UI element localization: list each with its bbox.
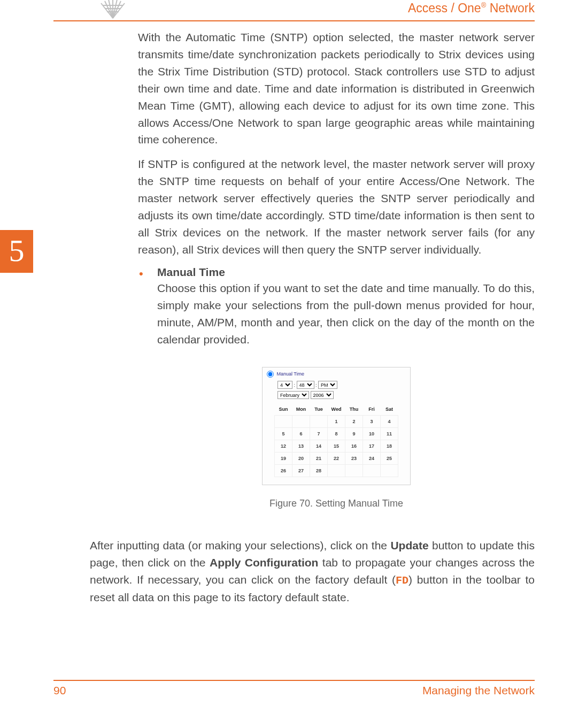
calendar-week-row: 567891011 bbox=[275, 428, 398, 440]
ampm-select[interactable]: PM bbox=[318, 381, 337, 389]
factory-default-ref: FD bbox=[396, 574, 408, 587]
paragraph-sntp-proxy: If SNTP is configured at the network lev… bbox=[138, 156, 535, 258]
chapter-tab: 5 bbox=[0, 230, 33, 273]
calendar-header-row: SunMonTueWedThuFriSat bbox=[275, 403, 398, 416]
calendar-day-cell[interactable]: 6 bbox=[292, 428, 310, 440]
calendar-day-cell[interactable]: 21 bbox=[310, 453, 328, 465]
calendar-day-cell[interactable]: 15 bbox=[328, 440, 345, 453]
header-title-prefix: Access / One bbox=[408, 1, 481, 15]
calendar-day-cell[interactable]: 4 bbox=[381, 416, 398, 428]
page-header: Access / One® Network bbox=[53, 0, 535, 21]
body-column: With the Automatic Time (SNTP) option se… bbox=[138, 29, 535, 509]
calendar-day-header: Thu bbox=[345, 403, 363, 416]
figure-manual-time: Manual Time 4 : 48 : PM February 2006 Su… bbox=[138, 367, 535, 509]
paragraph-sntp-auto: With the Automatic Time (SNTP) option se… bbox=[138, 29, 535, 148]
calendar-day-cell[interactable]: 7 bbox=[310, 428, 328, 440]
calendar-day-cell bbox=[328, 465, 345, 477]
calendar-day-cell bbox=[310, 416, 328, 428]
chapter-number: 5 bbox=[9, 233, 25, 268]
calendar-day-header: Fri bbox=[363, 403, 381, 416]
month-select[interactable]: February bbox=[277, 391, 309, 399]
figure-radio-row: Manual Time bbox=[267, 371, 406, 378]
update-button-ref: Update bbox=[390, 539, 428, 551]
calendar-day-cell bbox=[363, 465, 381, 477]
calendar-day-cell[interactable]: 28 bbox=[310, 465, 328, 477]
header-title: Access / One® Network bbox=[408, 1, 535, 16]
figure-screenshot: Manual Time 4 : 48 : PM February 2006 Su… bbox=[262, 367, 411, 485]
calendar-day-cell[interactable]: 9 bbox=[345, 428, 363, 440]
calendar-day-cell bbox=[381, 465, 398, 477]
bullet-body: Choose this option if you want to set th… bbox=[157, 280, 535, 348]
calendar-day-cell[interactable]: 2 bbox=[345, 416, 363, 428]
calendar-day-cell bbox=[292, 416, 310, 428]
calendar-day-cell[interactable]: 14 bbox=[310, 440, 328, 453]
calendar-day-cell[interactable]: 1 bbox=[328, 416, 345, 428]
calendar-day-cell[interactable]: 25 bbox=[381, 453, 398, 465]
calendar-day-header: Wed bbox=[328, 403, 345, 416]
calendar-day-header: Sun bbox=[275, 403, 292, 416]
calendar-day-cell[interactable]: 5 bbox=[275, 428, 292, 440]
calendar-day-cell bbox=[275, 416, 292, 428]
registered-mark: ® bbox=[481, 1, 487, 9]
calendar-day-cell[interactable]: 24 bbox=[363, 453, 381, 465]
figure-caption: Figure 70. Setting Manual Time bbox=[138, 498, 535, 509]
calendar-day-cell bbox=[345, 465, 363, 477]
apply-config-ref: Apply Configuration bbox=[210, 556, 318, 569]
calendar-day-header: Mon bbox=[292, 403, 310, 416]
minute-select[interactable]: 48 bbox=[297, 381, 314, 389]
bullet-manual-time: • Manual Time Choose this option if you … bbox=[138, 266, 535, 356]
calendar-day-cell[interactable]: 18 bbox=[381, 440, 398, 453]
calendar-day-cell[interactable]: 22 bbox=[328, 453, 345, 465]
calendar-day-cell[interactable]: 26 bbox=[275, 465, 292, 477]
calendar-day-cell[interactable]: 17 bbox=[363, 440, 381, 453]
calendar-day-header: Tue bbox=[310, 403, 328, 416]
calendar-day-cell[interactable]: 8 bbox=[328, 428, 345, 440]
calendar-day-cell[interactable]: 16 bbox=[345, 440, 363, 453]
bullet-icon: • bbox=[138, 266, 157, 356]
calendar-week-row: 12131415161718 bbox=[275, 440, 398, 453]
figure-time-row: 4 : 48 : PM bbox=[277, 381, 406, 389]
manual-time-radio[interactable] bbox=[267, 371, 274, 378]
header-title-suffix: Network bbox=[486, 1, 535, 15]
calendar-table: SunMonTueWedThuFriSat 123456789101112131… bbox=[274, 403, 398, 477]
calendar-day-cell[interactable]: 13 bbox=[292, 440, 310, 453]
manual-time-radio-label: Manual Time bbox=[277, 371, 305, 377]
calendar-day-cell[interactable]: 27 bbox=[292, 465, 310, 477]
calendar-day-cell[interactable]: 3 bbox=[363, 416, 381, 428]
after-figure-paragraph: After inputting data (or making your sel… bbox=[90, 537, 535, 614]
hour-select[interactable]: 4 bbox=[277, 381, 292, 389]
calendar-day-cell[interactable]: 19 bbox=[275, 453, 292, 465]
figure-month-row: February 2006 bbox=[277, 391, 406, 399]
calendar-day-cell[interactable]: 23 bbox=[345, 453, 363, 465]
year-select[interactable]: 2006 bbox=[311, 391, 334, 399]
footer-section: Managing the Network bbox=[422, 684, 535, 697]
after-text-a: After inputting data (or making your sel… bbox=[90, 539, 390, 551]
calendar-day-cell[interactable]: 12 bbox=[275, 440, 292, 453]
page-footer: 90 Managing the Network bbox=[53, 680, 535, 697]
calendar-day-cell[interactable]: 20 bbox=[292, 453, 310, 465]
bullet-title: Manual Time bbox=[157, 266, 535, 279]
calendar-day-cell[interactable]: 10 bbox=[363, 428, 381, 440]
calendar-week-row: 262728 bbox=[275, 465, 398, 477]
calendar-day-cell[interactable]: 11 bbox=[381, 428, 398, 440]
calendar-day-header: Sat bbox=[381, 403, 398, 416]
page-number: 90 bbox=[53, 684, 66, 697]
calendar-week-row: 19202122232425 bbox=[275, 453, 398, 465]
calendar-week-row: 1234 bbox=[275, 416, 398, 428]
logo-icon bbox=[99, 0, 126, 19]
